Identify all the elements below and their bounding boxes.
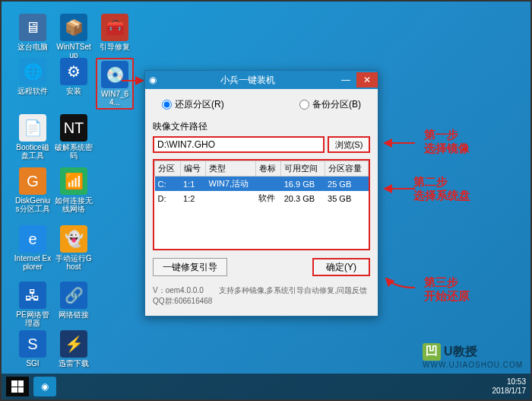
desktop-icon-ghost[interactable]: 👻手动运行Ghost xyxy=(55,225,93,271)
net-link-icon: 🔗 xyxy=(60,282,87,309)
taskbar-app-icon[interactable]: ◉ xyxy=(33,377,56,396)
winntsetup-icon: 📦 xyxy=(60,14,87,41)
desktop-icon-label: Bootice磁盘工具 xyxy=(14,143,52,160)
remote-soft-icon: 🌐 xyxy=(19,58,46,85)
desktop-icon-install[interactable]: ⚙安装 xyxy=(55,58,93,95)
cell-type: WIN7,活动 xyxy=(206,177,256,192)
desktop-icon-label: 网络链接 xyxy=(55,310,93,319)
thunder-icon: ⚡ xyxy=(60,330,87,358)
desktop: 🖥这台电脑📦WinNTSetup🧰引导修复🌐远程软件⚙安装💿WIN7_64...… xyxy=(2,2,530,399)
clock-time: 10:53 xyxy=(492,377,527,387)
watermark: 凹U教授 WWW.UJIAOSHOU.COM xyxy=(423,343,523,369)
desktop-icon-bootice[interactable]: 📄Bootice磁盘工具 xyxy=(14,114,52,160)
diskgenius-icon: G xyxy=(19,167,46,195)
column-header[interactable]: 分区容量 xyxy=(325,161,368,177)
desktop-icon-label: WIN7_64... xyxy=(99,90,131,107)
desktop-icon-wifi[interactable]: 📶如何连接无线网络 xyxy=(55,167,93,213)
desktop-icon-net-manager[interactable]: 🖧PE网络管理器 xyxy=(14,282,52,327)
desktop-icon-remote-soft[interactable]: 🌐远程软件 xyxy=(14,58,52,95)
start-button[interactable] xyxy=(6,377,29,396)
cell-part: C: xyxy=(155,177,181,192)
annotation-step2-title: 第二步 xyxy=(413,175,470,189)
column-header[interactable]: 类型 xyxy=(206,161,256,177)
table-row[interactable]: C:1:1WIN7,活动16.9 GB25 GB xyxy=(155,177,369,192)
annotation-step1-desc: 选择镜像 xyxy=(424,142,470,155)
desktop-icon-this-pc[interactable]: 🖥这台电脑 xyxy=(14,14,52,51)
restore-radio-input[interactable] xyxy=(162,100,172,110)
column-header[interactable]: 编号 xyxy=(180,161,206,177)
cell-free: 20.3 GB xyxy=(281,191,325,205)
desktop-icon-label: 安装 xyxy=(55,87,93,95)
cell-size: 25 GB xyxy=(325,177,368,192)
desktop-icon-winntsetup[interactable]: 📦WinNTSetup xyxy=(55,14,93,59)
desktop-icon-boot-repair[interactable]: 🧰引导修复 xyxy=(96,14,134,51)
browse-button[interactable]: 浏览(S) xyxy=(328,136,370,153)
window-title: 小兵一键装机 xyxy=(160,74,335,87)
taskbar[interactable]: ◉ 10:53 2018/1/17 xyxy=(2,374,530,399)
desktop-icon-ie[interactable]: eInternet Explorer xyxy=(14,225,52,271)
system-tray[interactable]: 10:53 2018/1/17 xyxy=(492,377,527,396)
sgi-icon: S xyxy=(19,330,46,358)
desktop-icon-diskgenius[interactable]: GDiskGenius分区工具 xyxy=(14,167,52,213)
table-row[interactable]: D:1:2软件20.3 GB35 GB xyxy=(155,191,369,205)
arrow-step2 xyxy=(380,183,418,198)
arrow-step1 xyxy=(380,137,418,152)
partition-table-wrap: 分区编号类型卷标可用空间分区容量 C:1:1WIN7,活动16.9 GB25 G… xyxy=(153,159,370,250)
column-header[interactable]: 可用空间 xyxy=(281,161,325,177)
cell-part: D: xyxy=(155,191,181,205)
cell-size: 35 GB xyxy=(325,191,368,205)
watermark-site: WWW.UJIAOSHOU.COM xyxy=(423,361,523,369)
boot-repair-icon: 🧰 xyxy=(101,14,128,41)
desktop-icon-label: 引导修复 xyxy=(96,43,134,51)
desktop-icon-label: PE网络管理器 xyxy=(14,310,52,327)
desktop-icon-thunder[interactable]: ⚡迅雷下载 xyxy=(55,330,93,368)
wifi-icon: 📶 xyxy=(60,167,87,195)
restore-radio[interactable]: 还原分区(R) xyxy=(162,98,224,111)
column-header[interactable]: 分区 xyxy=(155,161,181,177)
column-header[interactable]: 卷标 xyxy=(255,161,281,177)
this-pc-icon: 🖥 xyxy=(19,14,46,41)
desktop-icon-label: 这台电脑 xyxy=(14,43,52,51)
backup-radio-label: 备份分区(B) xyxy=(312,98,361,111)
clock-date: 2018/1/17 xyxy=(492,387,527,396)
annotation-step1: 第一步 选择镜像 xyxy=(424,128,470,155)
cell-free: 16.9 GB xyxy=(281,177,325,192)
watermark-badge: 凹 xyxy=(423,343,441,361)
desktop-icon-label: 手动运行Ghost xyxy=(55,254,93,271)
image-path-input[interactable] xyxy=(153,136,325,153)
desktop-icon-label: 如何连接无线网络 xyxy=(55,196,93,213)
net-manager-icon: 🖧 xyxy=(19,282,46,309)
cell-label: 软件 xyxy=(255,191,281,205)
cell-label xyxy=(255,177,281,192)
arrow-step3 xyxy=(380,275,418,298)
desktop-icon-label: 破解系统密码 xyxy=(55,143,93,160)
ie-icon: e xyxy=(19,225,46,253)
partition-table[interactable]: 分区编号类型卷标可用空间分区容量 C:1:1WIN7,活动16.9 GB25 G… xyxy=(154,161,369,205)
main-window: ◉ 小兵一键装机 — ✕ 还原分区(R) 备份分区(B) 映像文件路径 浏览(S… xyxy=(144,70,378,317)
cell-num: 1:1 xyxy=(180,177,206,192)
backup-radio[interactable]: 备份分区(B) xyxy=(299,98,361,111)
path-section-label: 映像文件路径 xyxy=(153,120,370,133)
watermark-brand: U教授 xyxy=(444,344,477,360)
desktop-icon-label: DiskGenius分区工具 xyxy=(14,196,52,213)
ok-button[interactable]: 确定(Y) xyxy=(312,258,370,276)
minimize-button[interactable]: — xyxy=(335,72,356,88)
close-button[interactable]: ✕ xyxy=(356,72,378,88)
annotation-step2: 第二步 选择系统盘 xyxy=(413,175,470,202)
repair-boot-button[interactable]: 一键修复引导 xyxy=(153,258,227,276)
backup-radio-input[interactable] xyxy=(299,100,309,110)
desktop-icon-label: 迅雷下载 xyxy=(55,359,93,368)
desktop-icon-label: WinNTSetup xyxy=(55,43,93,59)
crack-pwd-icon: NT xyxy=(60,114,87,142)
bootice-icon: 📄 xyxy=(19,114,46,142)
annotation-step3-title: 第三步 xyxy=(424,275,470,289)
desktop-icon-label: 远程软件 xyxy=(14,87,52,95)
desktop-icon-sgi[interactable]: SSGI xyxy=(14,330,52,368)
install-icon: ⚙ xyxy=(60,58,87,85)
desktop-icon-crack-pwd[interactable]: NT破解系统密码 xyxy=(55,114,93,160)
desktop-icon-net-link[interactable]: 🔗网络链接 xyxy=(55,282,93,319)
desktop-icon-label: SGI xyxy=(14,359,52,368)
titlebar[interactable]: ◉ 小兵一键装机 — ✕ xyxy=(145,71,378,89)
annotation-step3-desc: 开始还原 xyxy=(424,289,470,303)
window-footer: V：oem4.0.0.0 支持多种镜像,多系统引导自动修复,问题反馈QQ群:60… xyxy=(145,282,378,310)
